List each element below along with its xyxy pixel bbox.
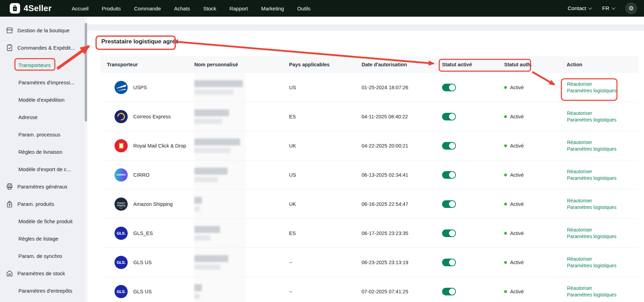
auth-status-label: Activé [510,260,524,265]
sidebar-item-commandes-exp-dit[interactable]: Commandes & Expédit... [0,39,84,56]
table-row: Correos Express ES 04-11-2025 08:40:22 A… [101,102,638,131]
toggle-knob [449,230,455,236]
logistics-settings-link[interactable]: Paramètres logistiques [567,263,638,268]
reauthorize-link[interactable]: Réautoriser [567,81,638,87]
sidebar-item-label: Commandes & Expédit... [17,45,75,51]
redacted-text-block [194,177,218,182]
reauthorize-link[interactable]: Réautoriser [567,227,638,233]
auth-status-cell: Activé [504,85,567,90]
sidebar-item-param-tres-d-entrep-ts[interactable]: Paramètres d'entrepôts [0,282,84,299]
carrier-name: Royal Mail Click & Drop [133,143,186,149]
language-dropdown[interactable]: FR [602,5,615,11]
stock-icon [6,269,14,277]
enabled-toggle[interactable] [442,171,456,179]
auth-status-label: Activé [510,172,524,178]
sidebar-item-label: Modèle d'expédition [18,97,65,103]
sidebar-item-adresse[interactable]: Adresse [0,108,84,126]
action-cell: Réautoriser Paramètres logistiques [567,256,638,268]
nav-achats[interactable]: Achats [174,6,190,11]
brand-name: 4Seller [24,3,52,13]
enabled-toggle-cell [442,113,504,120]
usps-logo-icon [115,81,128,94]
sidebar-item-param-de-synchro[interactable]: Param. de synchro [0,247,84,265]
sidebar-item-param-tres-d-impressi[interactable]: Paramètres d'impressi... [0,74,84,91]
table-row: Royal Mail Click & Drop UK 04-22-2025 20… [101,131,638,160]
enabled-toggle[interactable] [442,229,456,237]
table-row: GLS. GLS US -- 06-23-2025 23:13:19 Activ… [101,248,638,277]
enabled-toggle[interactable] [442,84,456,91]
nav-marketing[interactable]: Marketing [261,6,284,11]
top-navigation: Accueil Produits Commande Achats Stock R… [72,6,311,11]
sidebar-item-label: Adresse [18,114,37,120]
carrier-name: GLS US [133,260,152,265]
sidebar-item-mod-le-d-export-de-c[interactable]: Modèle d'export de c... [0,160,84,178]
reauthorize-link[interactable]: Réautoriser [567,256,638,262]
enabled-toggle[interactable] [442,288,456,295]
action-cell: Réautoriser Paramètres logistiques [567,285,638,297]
action-cell: Réautoriser Paramètres logistiques [567,110,638,123]
logistics-settings-link[interactable]: Paramètres logistiques [567,234,638,239]
language-label: FR [602,5,609,11]
enabled-toggle-cell [442,142,504,150]
sidebar-item-param-tres-g-n-raux[interactable]: Paramètres généraux [0,178,84,195]
contact-dropdown[interactable]: Contact [568,5,592,11]
carrier-name: GLS US [133,289,152,294]
app-logo[interactable]: 4Seller [10,3,52,14]
authorization-date: 06-16-2025 22:54:47 [362,201,442,207]
product-icon [6,200,14,208]
redacted-text-block [194,119,222,124]
authorization-date: 04-22-2025 20:00:21 [362,143,442,149]
enabled-toggle-cell [442,259,504,266]
carrier-cell: Royal Mail Click & Drop [101,139,194,152]
custom-name-redacted [194,219,289,248]
sidebar-item-r-gles-de-listage[interactable]: Règles de listage [0,230,84,247]
nav-outils[interactable]: Outils [297,6,310,11]
redacted-text-block [194,168,228,175]
enabled-toggle[interactable] [442,259,456,266]
redacted-text-block [194,197,202,204]
status-dot-icon [504,261,507,264]
settings-button[interactable]: ⚙ [625,2,637,14]
carrier-name: USPS [133,85,147,90]
sidebar-item-transporteurs[interactable]: Transporteurs [0,56,84,74]
auth-status-cell: Activé [504,230,567,236]
enabled-toggle[interactable] [442,113,456,120]
authorization-date: 06-13-2025 02:34:41 [362,172,442,178]
sidebar-item-param-produits[interactable]: Param. produits [0,195,84,212]
reauthorize-link[interactable]: Réautoriser [567,140,638,145]
nav-produits[interactable]: Produits [102,6,121,11]
auth-status-cell: Activé [504,172,567,178]
nav-stock[interactable]: Stock [203,6,217,11]
sidebar-item-param-tres-de-stock[interactable]: Paramètres de stock [0,265,84,282]
redacted-text-block [194,226,220,233]
nav-commande[interactable]: Commande [134,6,161,11]
sidebar-item-param-processus[interactable]: Param. processus [0,126,84,143]
sidebar-item-r-gles-de-livraison[interactable]: Règles de livraison [0,143,84,160]
reauthorize-link[interactable]: Réautoriser [567,110,638,116]
sidebar-item-gestion-de-la-boutique[interactable]: Gestion de la boutique [0,22,84,39]
logistics-settings-link[interactable]: Paramètres logistiques [567,117,638,123]
logistics-settings-link[interactable]: Paramètres logistiques [567,88,638,93]
sidebar-scrollbar-thumb[interactable] [85,23,87,121]
enabled-toggle[interactable] [442,200,456,208]
page-title: Prestataire logistique agréé [101,38,179,45]
nav-accueil[interactable]: Accueil [72,6,88,11]
reauthorize-link[interactable]: Réautoriser [567,285,638,291]
sidebar-item-label: Règles de livraison [18,149,62,155]
enabled-toggle[interactable] [442,142,456,150]
logistics-settings-link[interactable]: Paramètres logistiques [567,292,638,297]
action-cell: Réautoriser Paramètres logistiques [567,227,638,239]
reauthorize-link[interactable]: Réautoriser [567,169,638,174]
logistics-settings-link[interactable]: Paramètres logistiques [567,175,638,181]
applicable-country: -- [289,289,362,294]
sidebar-item-mod-le-d-exp-dition[interactable]: Modèle d'expédition [0,91,84,108]
action-cell: Réautoriser Paramètres logistiques [567,81,638,93]
logistics-settings-link[interactable]: Paramètres logistiques [567,146,638,152]
redacted-text-block [194,265,221,270]
reauthorize-link[interactable]: Réautoriser [567,198,638,203]
contact-label: Contact [568,5,586,11]
auth-status-label: Activé [510,114,524,119]
sidebar-item-mod-le-de-fiche-produit[interactable]: Modèle de fiche produit [0,212,84,230]
logistics-settings-link[interactable]: Paramètres logistiques [567,204,638,210]
nav-rapport[interactable]: Rapport [229,6,248,11]
